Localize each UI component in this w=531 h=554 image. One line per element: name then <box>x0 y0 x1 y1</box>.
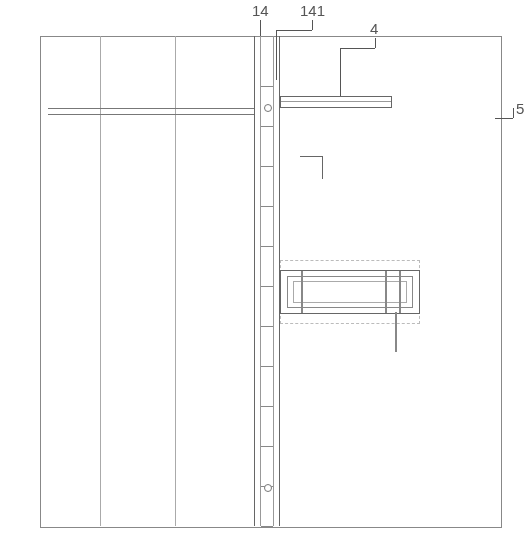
leader-line <box>340 48 341 96</box>
column-dot <box>264 104 272 112</box>
column-rung <box>261 366 273 367</box>
leader-line <box>312 20 313 30</box>
leader-line <box>495 118 513 119</box>
label-141: 141 <box>300 2 325 19</box>
column-rung <box>261 326 273 327</box>
leader-line <box>260 20 261 36</box>
shelf-part-4 <box>280 96 392 108</box>
central-column <box>254 36 280 526</box>
diagram-canvas: 14 141 4 5 <box>0 0 531 554</box>
column-rung <box>261 166 273 167</box>
column-rung <box>261 86 273 87</box>
column-rung <box>261 526 273 527</box>
leader-line <box>340 48 375 49</box>
column-dot <box>264 484 272 492</box>
leader-line <box>276 30 312 31</box>
assembly-box <box>280 270 420 314</box>
column-rung <box>261 206 273 207</box>
leader-line <box>276 30 277 80</box>
column-rung <box>261 406 273 407</box>
assembly-pendant <box>395 312 397 352</box>
label-4: 4 <box>370 20 378 37</box>
assembly-vline <box>301 271 303 313</box>
left-horizontal-bar <box>48 108 254 115</box>
column-rung <box>261 446 273 447</box>
column-rung <box>261 246 273 247</box>
column-rung <box>261 286 273 287</box>
leader-line <box>375 38 376 48</box>
column-rung <box>261 126 273 127</box>
label-5: 5 <box>516 100 524 117</box>
assembly-vline <box>385 271 387 313</box>
assembly-vline <box>399 271 401 313</box>
hook-mark <box>300 156 323 179</box>
leader-line <box>513 108 514 118</box>
label-14: 14 <box>252 2 269 19</box>
